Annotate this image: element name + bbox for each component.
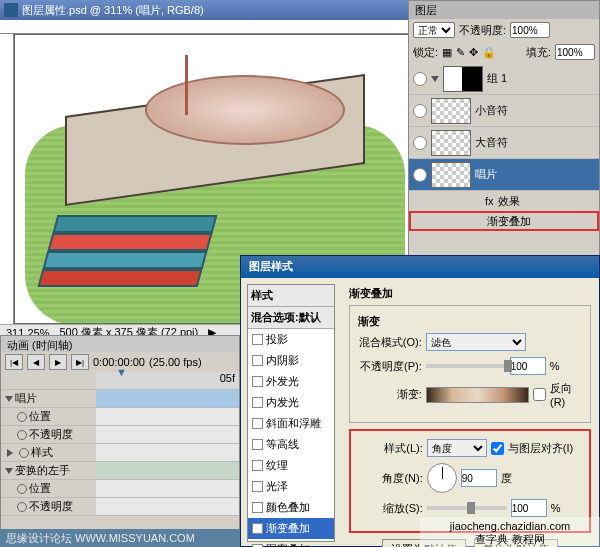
layer-name: 唱片 [475, 167, 497, 182]
layer-item-selected[interactable]: 唱片 [409, 159, 599, 191]
lock-all-icon[interactable]: 🔒 [482, 46, 496, 59]
visibility-icon[interactable] [471, 215, 483, 227]
checkbox[interactable] [252, 439, 263, 450]
layer-group[interactable]: 组 1 [409, 63, 599, 95]
timeline-property-row[interactable]: 位置 [1, 480, 239, 498]
style-drop-shadow[interactable]: 投影 [248, 329, 334, 350]
style-bevel[interactable]: 斜面和浮雕 [248, 413, 334, 434]
timeline-property-row[interactable]: 不透明度 [1, 426, 239, 444]
stopwatch-icon[interactable] [19, 448, 29, 458]
gradient-swatch[interactable] [426, 387, 529, 403]
gradient-overlay-effect[interactable]: 渐变叠加 [409, 211, 599, 231]
play-button[interactable]: ▶ [49, 354, 67, 370]
checkbox[interactable] [252, 418, 263, 429]
style-contour[interactable]: 等高线 [248, 434, 334, 455]
style-pattern-overlay[interactable]: 图案叠加 [248, 539, 334, 547]
checkbox[interactable] [252, 460, 263, 471]
blend-options-header[interactable]: 混合选项:默认 [248, 307, 334, 329]
align-label: 与图层对齐(I) [508, 441, 573, 456]
checkbox[interactable] [252, 376, 263, 387]
scale-slider[interactable] [427, 506, 507, 510]
visibility-icon[interactable] [413, 72, 427, 86]
angle-dial[interactable] [427, 463, 457, 493]
layer-thumbnail[interactable] [443, 66, 483, 92]
align-checkbox[interactable] [491, 442, 504, 455]
collapse-icon[interactable] [7, 449, 17, 457]
checkbox[interactable] [252, 481, 263, 492]
window-title: 图层属性.psd @ 311% (唱片, RGB/8) [22, 3, 204, 18]
checkbox[interactable] [252, 355, 263, 366]
timeline-layer-row[interactable]: 唱片 [1, 390, 239, 408]
opacity-slider[interactable]: .slider::after{left:var(--pos,50%)} [426, 364, 506, 368]
timeline-property-row[interactable]: 位置 [1, 408, 239, 426]
style-color-overlay[interactable]: 颜色叠加 [248, 497, 334, 518]
reverse-checkbox[interactable] [533, 388, 546, 401]
checkbox[interactable] [252, 334, 263, 345]
style-texture[interactable]: 纹理 [248, 455, 334, 476]
track[interactable] [96, 480, 239, 497]
track[interactable] [96, 462, 239, 479]
blend-mode-select[interactable]: 滤色 [426, 333, 526, 351]
expand-icon[interactable] [5, 396, 13, 402]
layer-thumbnail[interactable] [431, 130, 471, 156]
turntable [65, 65, 365, 175]
animation-tab[interactable]: 动画 (时间轴) [1, 336, 239, 352]
ruler-vertical[interactable] [0, 34, 14, 324]
frame-label: 05f [220, 372, 235, 384]
track[interactable] [96, 408, 239, 425]
book [53, 215, 218, 233]
layers-tab[interactable]: 图层 [409, 1, 599, 19]
lock-transparent-icon[interactable]: ▦ [442, 46, 452, 59]
styles-header[interactable]: 样式 [248, 285, 334, 307]
visibility-icon[interactable] [413, 104, 427, 118]
visibility-icon[interactable] [413, 168, 427, 182]
layer-thumbnail[interactable] [431, 98, 471, 124]
fill-input[interactable] [555, 44, 595, 60]
style-satin[interactable]: 光泽 [248, 476, 334, 497]
layer-name: 组 1 [487, 71, 507, 86]
scale-label: 缩放(S): [359, 501, 423, 516]
checkbox[interactable] [252, 397, 263, 408]
opacity-input[interactable] [510, 22, 550, 38]
expand-icon[interactable] [5, 468, 13, 474]
style-outer-glow[interactable]: 外发光 [248, 371, 334, 392]
scale-input[interactable] [511, 499, 547, 517]
rewind-button[interactable]: |◀ [5, 354, 23, 370]
track[interactable] [96, 498, 239, 515]
track[interactable] [96, 390, 239, 407]
layer-item[interactable]: 大音符 [409, 127, 599, 159]
prev-frame-button[interactable]: ◀ [27, 354, 45, 370]
blend-mode-select[interactable]: 正常 [413, 22, 455, 38]
opacity-label: 不透明度: [459, 23, 506, 38]
layer-list: 组 1 小音符 大音符 唱片 fx 效果 渐变叠加 [409, 63, 599, 231]
style-gradient-overlay[interactable]: 渐变叠加 [248, 518, 334, 539]
expand-icon[interactable] [431, 76, 439, 82]
style-inner-shadow[interactable]: 内阴影 [248, 350, 334, 371]
playhead-icon[interactable]: ▼ [116, 366, 127, 378]
gradient-style-select[interactable]: 角度 [427, 439, 487, 457]
checkbox[interactable] [252, 523, 263, 534]
stopwatch-icon[interactable] [17, 412, 27, 422]
book [43, 251, 208, 269]
stopwatch-icon[interactable] [17, 430, 27, 440]
track[interactable] [96, 444, 239, 461]
timeline-layer-row[interactable]: 变换的左手 [1, 462, 239, 480]
track[interactable] [96, 426, 239, 443]
stopwatch-icon[interactable] [17, 502, 27, 512]
next-frame-button[interactable]: ▶| [71, 354, 89, 370]
visibility-icon[interactable] [413, 136, 427, 150]
timeline-property-row[interactable]: 不透明度 [1, 498, 239, 516]
timeline-property-row[interactable]: 样式 [1, 444, 239, 462]
layer-thumbnail[interactable] [431, 162, 471, 188]
opacity-input[interactable] [510, 357, 546, 375]
style-inner-glow[interactable]: 内发光 [248, 392, 334, 413]
checkbox[interactable] [252, 502, 263, 513]
effects-row[interactable]: fx 效果 [409, 191, 599, 211]
lock-move-icon[interactable]: ✥ [469, 46, 478, 59]
stopwatch-icon[interactable] [17, 484, 27, 494]
layer-item[interactable]: 小音符 [409, 95, 599, 127]
row-label: 位置 [29, 481, 51, 496]
lock-paint-icon[interactable]: ✎ [456, 46, 465, 59]
angle-input[interactable] [461, 469, 497, 487]
visibility-icon[interactable] [469, 195, 481, 207]
